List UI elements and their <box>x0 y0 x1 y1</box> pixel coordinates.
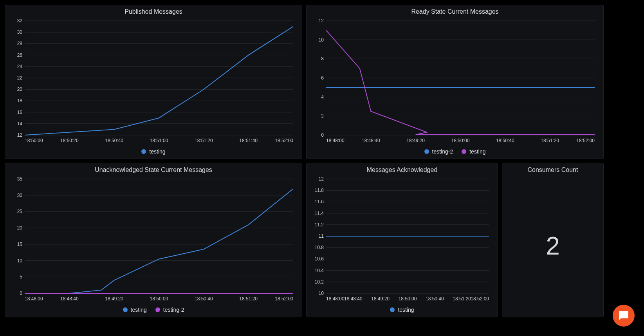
svg-text:18:50:40: 18:50:40 <box>195 296 213 302</box>
svg-text:10: 10 <box>17 258 23 264</box>
panel-unacknowledged[interactable]: Unacknowledged State Current Messages 05… <box>5 163 302 317</box>
svg-text:20: 20 <box>17 87 23 92</box>
panel-title: Ready State Current Messages <box>307 5 603 17</box>
panel-messages-acknowledged[interactable]: Messages Acknowledged 1010.210.410.610.8… <box>306 163 498 317</box>
svg-text:18:51:40: 18:51:40 <box>239 138 258 143</box>
chat-launcher-button[interactable] <box>613 305 635 327</box>
svg-text:18:50:20: 18:50:20 <box>60 138 79 143</box>
legend-item[interactable]: testing <box>390 307 414 313</box>
svg-text:12: 12 <box>17 132 23 138</box>
svg-text:18:52:00: 18:52:00 <box>275 138 293 143</box>
svg-text:18:50:00: 18:50:00 <box>25 138 43 143</box>
legend-label: testing-2 <box>163 307 184 313</box>
legend-dot-icon <box>155 307 160 312</box>
svg-text:15: 15 <box>17 242 23 247</box>
svg-text:0: 0 <box>321 132 324 138</box>
chat-icon <box>618 310 629 321</box>
svg-text:25: 25 <box>17 209 23 214</box>
legend-item[interactable]: testing <box>141 148 165 155</box>
svg-text:11.6: 11.6 <box>315 199 324 204</box>
svg-text:11.2: 11.2 <box>315 222 324 228</box>
legend-item[interactable]: testing <box>123 307 147 313</box>
svg-text:18:52:00: 18:52:00 <box>471 296 489 302</box>
panel-title: Published Messages <box>5 5 302 17</box>
panel-title: Messages Acknowledged <box>307 163 498 175</box>
svg-text:5: 5 <box>20 274 22 280</box>
svg-text:2: 2 <box>321 113 324 119</box>
svg-text:12: 12 <box>319 177 324 182</box>
svg-text:14: 14 <box>17 121 23 126</box>
svg-text:32: 32 <box>17 18 23 23</box>
legend-dot-icon <box>390 307 395 312</box>
svg-text:18:51:20: 18:51:20 <box>453 296 471 302</box>
svg-text:18:51:20: 18:51:20 <box>239 296 258 302</box>
legend-published: testing <box>5 145 302 159</box>
svg-text:18:48:00: 18:48:00 <box>25 296 43 302</box>
legend-item[interactable]: testing-2 <box>155 307 184 313</box>
panel-ready-state[interactable]: Ready State Current Messages 02468101218… <box>306 5 604 159</box>
svg-text:18:51:00: 18:51:00 <box>150 138 168 143</box>
svg-text:18:50:00: 18:50:00 <box>399 296 417 302</box>
legend-label: testing-2 <box>432 148 453 155</box>
chart-unack: 0510152025303518:48:0018:48:4018:49:2018… <box>7 177 297 303</box>
svg-text:18:51:20: 18:51:20 <box>195 138 213 143</box>
legend-dot-icon <box>123 307 128 312</box>
svg-text:0: 0 <box>20 291 22 296</box>
svg-text:10.6: 10.6 <box>315 256 324 262</box>
chart-ack: 1010.210.410.610.81111.211.411.611.81218… <box>308 177 493 303</box>
svg-text:18:50:00: 18:50:00 <box>451 138 470 143</box>
svg-text:18: 18 <box>17 98 23 103</box>
svg-text:20: 20 <box>17 225 23 231</box>
svg-text:18:48:00: 18:48:00 <box>326 296 345 302</box>
svg-text:10: 10 <box>319 37 324 43</box>
svg-text:18:48:40: 18:48:40 <box>60 296 79 302</box>
svg-text:18:48:40: 18:48:40 <box>362 138 380 143</box>
svg-text:10.2: 10.2 <box>315 279 324 285</box>
svg-text:16: 16 <box>17 110 23 115</box>
chart-published: 121416182022242628303218:50:0018:50:2018… <box>7 18 297 145</box>
chart-ready: 02468101218:48:0018:48:4018:49:2018:50:0… <box>308 18 599 145</box>
svg-text:11.4: 11.4 <box>315 211 324 216</box>
svg-text:30: 30 <box>17 29 23 35</box>
panel-title: Consumers Count <box>502 163 603 175</box>
svg-text:11: 11 <box>319 233 324 239</box>
svg-text:18:50:00: 18:50:00 <box>150 296 168 302</box>
svg-text:18:49:20: 18:49:20 <box>105 296 123 302</box>
svg-text:10: 10 <box>319 291 324 296</box>
svg-text:30: 30 <box>17 193 23 198</box>
legend-label: testing <box>398 307 414 313</box>
legend-ready: testing-2testing <box>307 145 603 159</box>
svg-text:11.8: 11.8 <box>315 188 324 193</box>
svg-text:10.4: 10.4 <box>315 268 324 273</box>
svg-text:18:50:40: 18:50:40 <box>426 296 444 302</box>
legend-label: testing <box>469 148 485 155</box>
svg-text:8: 8 <box>321 56 324 61</box>
panel-consumers-count[interactable]: Consumers Count 2 <box>502 163 604 317</box>
svg-text:18:52:00: 18:52:00 <box>576 138 595 143</box>
legend-label: testing <box>149 148 165 155</box>
panel-published-messages[interactable]: Published Messages 121416182022242628303… <box>5 5 302 159</box>
legend-ack: testing <box>307 303 498 317</box>
svg-text:24: 24 <box>17 64 23 69</box>
svg-text:18:52:00: 18:52:00 <box>275 296 293 302</box>
legend-dot-icon <box>424 149 429 154</box>
svg-text:12: 12 <box>319 18 324 23</box>
legend-item[interactable]: testing-2 <box>424 148 453 155</box>
legend-label: testing <box>131 307 147 313</box>
svg-text:18:50:40: 18:50:40 <box>496 138 514 143</box>
svg-text:18:51:20: 18:51:20 <box>541 138 559 143</box>
legend-unack: testingtesting-2 <box>5 303 302 317</box>
svg-text:35: 35 <box>17 177 23 182</box>
legend-dot-icon <box>141 149 146 154</box>
svg-text:10.8: 10.8 <box>315 245 324 250</box>
svg-text:6: 6 <box>321 75 324 81</box>
svg-text:18:49:20: 18:49:20 <box>371 296 390 302</box>
legend-item[interactable]: testing <box>462 148 485 155</box>
consumers-count-value: 2 <box>502 175 603 317</box>
svg-text:18:48:40: 18:48:40 <box>344 296 363 302</box>
legend-dot-icon <box>462 149 466 154</box>
svg-text:18:50:40: 18:50:40 <box>105 138 123 143</box>
svg-text:22: 22 <box>17 75 23 81</box>
panel-title: Unacknowledged State Current Messages <box>5 163 302 175</box>
svg-text:26: 26 <box>17 52 23 58</box>
